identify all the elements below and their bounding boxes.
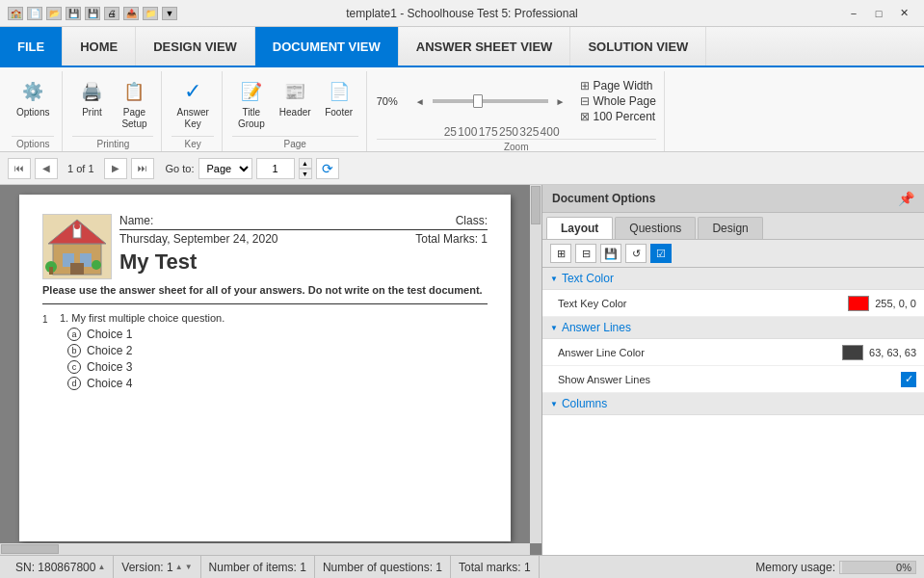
goto-input[interactable] xyxy=(256,158,295,179)
panel-title: Document Options xyxy=(552,192,655,205)
tab-questions[interactable]: Questions xyxy=(615,217,696,239)
version-down-arrow[interactable]: ▼ xyxy=(185,563,193,571)
spin-up-button[interactable]: ▲ xyxy=(299,158,312,169)
section-triangle-answer-lines: ▼ xyxy=(550,324,558,332)
header-label: Header xyxy=(279,107,311,118)
last-page-button[interactable]: ⏭ xyxy=(131,158,154,179)
answer-key-button[interactable]: ✓ AnswerKey xyxy=(172,75,213,133)
panel-content: ▼ Text Color Text Key Color 255, 0, 0 ▼ … xyxy=(542,268,924,555)
tab-document-view[interactable]: DOCUMENT VIEW xyxy=(255,27,399,66)
section-label-columns: Columns xyxy=(562,397,607,410)
tab-answer-sheet-view[interactable]: ANSWER SHEET VIEW xyxy=(399,27,571,66)
vertical-scrollbar[interactable] xyxy=(530,185,541,543)
panel-icon-4[interactable]: ↺ xyxy=(625,244,647,263)
go-button[interactable]: ⟳ xyxy=(316,158,339,179)
spin-down-button[interactable]: ▼ xyxy=(299,169,312,179)
school-svg xyxy=(43,215,111,278)
choice-text-a: Choice 1 xyxy=(87,328,132,341)
panel-icon-5[interactable]: ☑ xyxy=(650,244,672,263)
whole-page-option[interactable]: ⊟ Whole Page xyxy=(580,94,655,108)
tab-design[interactable]: Design xyxy=(698,217,762,239)
header-button[interactable]: 📰 Header xyxy=(275,75,316,121)
sn-up-arrow[interactable]: ▲ xyxy=(97,563,105,571)
doc-header-section: Name: Class: Thursday, September 24, 202… xyxy=(42,214,488,280)
horizontal-scrollbar[interactable] xyxy=(0,543,530,555)
main-area: Name: Class: Thursday, September 24, 202… xyxy=(0,185,924,555)
ribbon-group-page-items: 📝 TitleGroup 📰 Header 📄 Footer xyxy=(232,71,358,136)
panel-icon-3[interactable]: 💾 xyxy=(600,244,621,263)
app-icon: 🏫 xyxy=(8,7,23,20)
status-total-marks: Total marks: 1 xyxy=(451,556,540,578)
num-items-value: Number of items: 1 xyxy=(209,561,306,574)
zoom-controls: 70% ◄ ► ⊞ Page Width ⊟ Whole Page ⊠ 100 … xyxy=(377,75,656,123)
close-button[interactable]: ✕ xyxy=(891,5,916,22)
dropdown-icon[interactable]: ▼ xyxy=(162,7,177,20)
prev-page-button[interactable]: ◀ xyxy=(35,158,58,179)
vertical-scrollbar-thumb[interactable] xyxy=(531,186,541,224)
property-row-text-key-color: Text Key Color 255, 0, 0 xyxy=(542,290,924,317)
print-button[interactable]: 🖨️ Print xyxy=(72,75,111,121)
new-icon[interactable]: 📄 xyxy=(27,7,42,20)
tab-solution-view[interactable]: SOLUTION VIEW xyxy=(570,27,706,66)
name-label: Name: xyxy=(119,214,153,227)
zoom-slider[interactable] xyxy=(433,99,548,103)
window-title: template1 - Schoolhouse Test 5: Professi… xyxy=(346,7,578,20)
export-icon[interactable]: 📤 xyxy=(123,7,139,20)
options-button[interactable]: ⚙️ Options xyxy=(12,75,54,121)
next-page-button[interactable]: ▶ xyxy=(104,158,127,179)
goto-select[interactable]: Page xyxy=(198,158,252,179)
footer-button[interactable]: 📄 Footer xyxy=(320,75,358,121)
zoom-tick-325: 325 xyxy=(519,125,539,139)
choice-circle-b: b xyxy=(67,344,81,357)
zoom-slider-thumb[interactable] xyxy=(473,94,483,108)
panel-icon-2[interactable]: ⊟ xyxy=(575,244,596,263)
tab-file[interactable]: FILE xyxy=(0,27,63,66)
sn-value: SN: 180867800 xyxy=(15,561,95,574)
svg-point-9 xyxy=(92,260,101,270)
whole-page-icon: ⊟ xyxy=(580,94,590,108)
section-header-columns[interactable]: ▼ Columns xyxy=(542,393,924,415)
show-answer-lines-checkbox[interactable]: ✓ xyxy=(901,372,916,387)
svg-rect-8 xyxy=(49,267,53,275)
save2-icon[interactable]: 💾 xyxy=(85,7,100,20)
zoom-right-arrow[interactable]: ► xyxy=(554,96,568,107)
folder-icon[interactable]: 📁 xyxy=(143,7,158,20)
title-group-button[interactable]: 📝 TitleGroup xyxy=(232,75,271,133)
tab-home[interactable]: HOME xyxy=(63,27,136,66)
answer-key-label: AnswerKey xyxy=(176,107,208,130)
text-key-color-swatch[interactable] xyxy=(848,296,869,311)
pin-icon[interactable]: 📌 xyxy=(898,191,914,206)
version-value: Version: 1 xyxy=(121,561,172,574)
property-row-answer-line-color: Answer Line Color 63, 63, 63 xyxy=(542,339,924,366)
section-header-answer-lines[interactable]: ▼ Answer Lines xyxy=(542,317,924,339)
page-setup-button[interactable]: 📋 PageSetup xyxy=(115,75,153,133)
answer-line-color-swatch[interactable] xyxy=(842,345,863,360)
horizontal-scrollbar-thumb[interactable] xyxy=(1,544,59,554)
zoom-tick-250: 250 xyxy=(499,125,518,139)
print-icon[interactable]: 🖨 xyxy=(104,7,119,20)
tab-design-view[interactable]: DESIGN VIEW xyxy=(136,27,255,66)
panel-icon-1[interactable]: ⊞ xyxy=(550,244,571,263)
tab-layout[interactable]: Layout xyxy=(546,217,613,239)
choice-text-c: Choice 3 xyxy=(87,360,132,374)
status-bar: SN: 180867800 ▲ Version: 1 ▲ ▼ Number of… xyxy=(0,555,924,578)
choice-row-d: d Choice 4 xyxy=(60,377,488,390)
first-page-button[interactable]: ⏮ xyxy=(8,158,31,179)
doc-date-marks-row: Thursday, September 24, 2020 Total Marks… xyxy=(119,232,488,246)
page-width-option[interactable]: ⊞ Page Width xyxy=(580,79,655,92)
total-marks-value: Total marks: 1 xyxy=(459,561,531,574)
version-up-arrow[interactable]: ▲ xyxy=(175,563,183,571)
memory-bar: 0% xyxy=(839,561,916,574)
100-percent-option[interactable]: ⊠ 100 Percent xyxy=(580,110,655,123)
zoom-left-arrow[interactable]: ◄ xyxy=(413,96,427,107)
class-label: Class: xyxy=(456,214,488,227)
right-panel: Document Options 📌 Layout Questions Desi… xyxy=(542,185,924,555)
minimize-button[interactable]: − xyxy=(841,5,866,22)
zoom-tick-400: 400 xyxy=(541,125,560,139)
restore-button[interactable]: □ xyxy=(866,5,891,22)
section-header-text-color[interactable]: ▼ Text Color xyxy=(542,268,924,290)
open-icon[interactable]: 📂 xyxy=(46,7,62,20)
save-icon[interactable]: 💾 xyxy=(66,7,81,20)
text-key-color-label: Text Key Color xyxy=(558,298,848,309)
options-label: Options xyxy=(16,107,49,118)
